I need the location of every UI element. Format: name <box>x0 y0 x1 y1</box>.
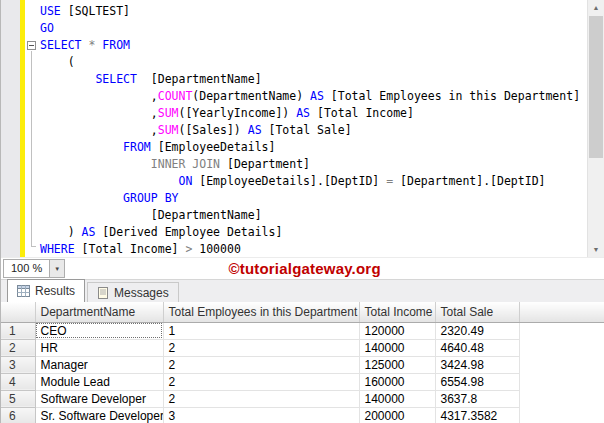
row-number[interactable]: 4 <box>1 373 35 390</box>
watermark: ©tutorialgateway.org <box>228 260 380 277</box>
grid-cell-filler <box>519 356 604 373</box>
results-grid: DepartmentNameTotal Employees in this De… <box>1 302 604 423</box>
grid-cell[interactable]: Software Developer <box>35 390 163 407</box>
code-line: ,SUM([Sales]) AS [Total Sale] <box>40 122 587 139</box>
grid-cell[interactable]: 140000 <box>359 390 435 407</box>
grid-cell[interactable]: Module Lead <box>35 373 163 390</box>
scroll-down-icon[interactable]: ▼ <box>588 242 604 257</box>
indicator-margin <box>1 0 20 257</box>
column-header[interactable]: Total Employees in this Department <box>163 302 359 322</box>
row-number[interactable]: 2 <box>1 339 35 356</box>
chevron-down-icon[interactable]: ▼ <box>49 260 64 277</box>
grid-header-row: DepartmentNameTotal Employees in this De… <box>1 302 604 322</box>
code-line: ,COUNT(DepartmentName) AS [Total Employe… <box>40 88 587 105</box>
column-header[interactable]: DepartmentName <box>35 302 163 322</box>
grid-cell[interactable]: CEO <box>35 322 163 339</box>
grid-cell-filler <box>519 339 604 356</box>
grid-cell[interactable]: 6554.98 <box>435 373 519 390</box>
grid-cell[interactable]: 2 <box>163 356 359 373</box>
table-row: 1CEO11200002320.49 <box>1 322 604 339</box>
code-line: ,SUM([YearlyIncome]) AS [Total Income] <box>40 105 587 122</box>
row-number[interactable]: 6 <box>1 407 35 423</box>
grid-cell[interactable]: 2 <box>163 390 359 407</box>
grid-cell[interactable]: 3424.98 <box>435 356 519 373</box>
sql-editor[interactable]: USE [SQLTEST]GOSELECT * FROM ( SELECT [D… <box>1 0 604 279</box>
results-grid-icon <box>17 285 30 297</box>
fold-collapse-icon[interactable] <box>27 41 36 50</box>
fold-region-line <box>31 51 32 247</box>
column-header[interactable]: Total Sale <box>435 302 519 322</box>
results-table: DepartmentNameTotal Employees in this De… <box>1 302 604 423</box>
grid-cell[interactable]: 160000 <box>359 373 435 390</box>
scroll-up-icon[interactable]: ▲ <box>588 0 604 15</box>
grid-cell-filler <box>519 322 604 339</box>
zoom-value: 100 % <box>4 260 49 277</box>
table-row: 5Software Developer21400003637.8 <box>1 390 604 407</box>
code-line: [DepartmentName] <box>40 207 587 224</box>
column-header-filler <box>519 302 604 322</box>
code-line: USE [SQLTEST] <box>40 3 587 20</box>
tab-messages-label: Messages <box>114 286 169 300</box>
grid-cell-filler <box>519 373 604 390</box>
table-row: 6Sr. Software Developer32000004317.3582 <box>1 407 604 423</box>
results-tab-bar: Results Messages <box>1 279 604 302</box>
table-row: 4Module Lead21600006554.98 <box>1 373 604 390</box>
grid-cell[interactable]: 3 <box>163 407 359 423</box>
grid-cell[interactable]: 4317.3582 <box>435 407 519 423</box>
grid-cell[interactable]: 3637.8 <box>435 390 519 407</box>
code-line: ) AS [Derived Employee Details] <box>40 224 587 241</box>
grid-cell[interactable]: 4640.48 <box>435 339 519 356</box>
editor-status-row: 100 % ▼ ©tutorialgateway.org <box>1 257 604 279</box>
scrollbar-thumb[interactable] <box>589 16 603 158</box>
grid-cell[interactable]: 2 <box>163 373 359 390</box>
code-line: SELECT * FROM <box>40 37 587 54</box>
zoom-dropdown[interactable]: 100 % ▼ <box>3 259 65 278</box>
grid-cell[interactable]: 140000 <box>359 339 435 356</box>
code-line: ( <box>40 54 587 71</box>
code-line: SELECT [DepartmentName] <box>40 71 587 88</box>
grid-cell[interactable]: 2 <box>163 339 359 356</box>
row-number[interactable]: 5 <box>1 390 35 407</box>
row-number[interactable]: 3 <box>1 356 35 373</box>
grid-cell-filler <box>519 390 604 407</box>
editor-main: USE [SQLTEST]GOSELECT * FROM ( SELECT [D… <box>1 0 604 257</box>
grid-body: 1CEO11200002320.492HR21400004640.483Mana… <box>1 322 604 423</box>
grid-cell-filler <box>519 407 604 423</box>
ssms-query-window: USE [SQLTEST]GOSELECT * FROM ( SELECT [D… <box>0 0 604 423</box>
row-number[interactable]: 1 <box>1 322 35 339</box>
grid-cell[interactable]: Sr. Software Developer <box>35 407 163 423</box>
tab-messages[interactable]: Messages <box>87 282 179 302</box>
code-line: WHERE [Total Income] > 100000 <box>40 241 587 257</box>
grid-corner-cell[interactable] <box>1 302 35 322</box>
grid-cell[interactable]: 200000 <box>359 407 435 423</box>
code-line: FROM [EmployeeDetails] <box>40 139 587 156</box>
grid-cell[interactable]: Manager <box>35 356 163 373</box>
tab-results-label: Results <box>35 284 75 298</box>
messages-icon <box>97 287 109 299</box>
code-line: GROUP BY <box>40 190 587 207</box>
code-line: ON [EmployeeDetails].[DeptID] = [Departm… <box>40 173 587 190</box>
column-header[interactable]: Total Income <box>359 302 435 322</box>
grid-cell[interactable]: 1 <box>163 322 359 339</box>
grid-cell[interactable]: HR <box>35 339 163 356</box>
grid-cell[interactable]: 2320.49 <box>435 322 519 339</box>
table-row: 2HR21400004640.48 <box>1 339 604 356</box>
code-line: GO <box>40 20 587 37</box>
tab-results[interactable]: Results <box>7 279 85 302</box>
code-area[interactable]: USE [SQLTEST]GOSELECT * FROM ( SELECT [D… <box>39 0 587 257</box>
watermark-area: ©tutorialgateway.org <box>65 260 604 277</box>
grid-cell[interactable]: 120000 <box>359 322 435 339</box>
outline-margin <box>25 0 39 257</box>
code-line: INNER JOIN [Department] <box>40 156 587 173</box>
grid-cell[interactable]: 125000 <box>359 356 435 373</box>
table-row: 3Manager21250003424.98 <box>1 356 604 373</box>
editor-vscrollbar[interactable]: ▲ ▼ <box>587 0 604 257</box>
